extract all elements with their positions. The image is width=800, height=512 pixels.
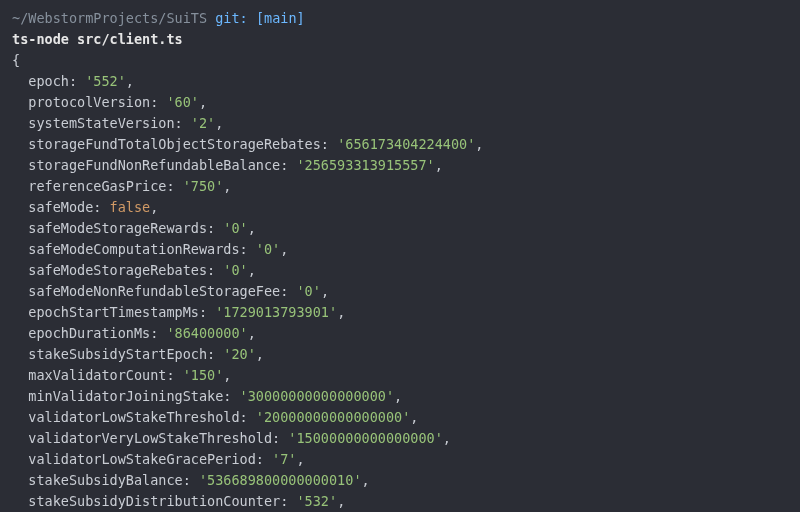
output-key: safeModeStorageRewards — [28, 220, 207, 236]
output-key: protocolVersion — [28, 94, 150, 110]
output-key: validatorLowStakeThreshold — [28, 409, 239, 425]
terminal-window[interactable]: ~/WebstormProjects/SuiTS git: [main] ts-… — [0, 0, 800, 512]
output-key: referenceGasPrice — [28, 178, 166, 194]
output-line: safeModeStorageRebates: '0', — [12, 260, 788, 281]
output-key: epochStartTimestampMs — [28, 304, 199, 320]
shell-command: ts-node src/client.ts — [12, 29, 788, 50]
output-line: stakeSubsidyBalance: '536689800000000010… — [12, 470, 788, 491]
output-line: safeModeComputationRewards: '0', — [12, 239, 788, 260]
output-line: storageFundTotalObjectStorageRebates: '6… — [12, 134, 788, 155]
output-key: stakeSubsidyBalance — [28, 472, 182, 488]
output-value: '750' — [183, 178, 224, 194]
output-value: '60' — [166, 94, 199, 110]
output-value: '2' — [191, 115, 215, 131]
output-line: validatorLowStakeThreshold: '20000000000… — [12, 407, 788, 428]
output-key: safeModeNonRefundableStorageFee — [28, 283, 280, 299]
output-line: storageFundNonRefundableBalance: '256593… — [12, 155, 788, 176]
output-key: safeModeStorageRebates — [28, 262, 207, 278]
output-line: safeModeStorageRewards: '0', — [12, 218, 788, 239]
output-value: '7' — [272, 451, 296, 467]
output-key: storageFundNonRefundableBalance — [28, 157, 280, 173]
output-value: false — [110, 199, 151, 215]
output-line: referenceGasPrice: '750', — [12, 176, 788, 197]
output-value: '150' — [183, 367, 224, 383]
output-value: '536689800000000010' — [199, 472, 362, 488]
output-key: validatorLowStakeGracePeriod — [28, 451, 256, 467]
output-line: systemStateVersion: '2', — [12, 113, 788, 134]
output-line: minValidatorJoiningStake: '3000000000000… — [12, 386, 788, 407]
output-key: epochDurationMs — [28, 325, 150, 341]
output-key: stakeSubsidyDistributionCounter — [28, 493, 280, 509]
output-key: validatorVeryLowStakeThreshold — [28, 430, 272, 446]
output-line: epochDurationMs: '86400000', — [12, 323, 788, 344]
output-value: '20' — [223, 346, 256, 362]
output-line: stakeSubsidyDistributionCounter: '532', — [12, 491, 788, 512]
output-key: safeMode — [28, 199, 93, 215]
output-value: '0' — [223, 220, 247, 236]
output-key: systemStateVersion — [28, 115, 174, 131]
output-line: stakeSubsidyStartEpoch: '20', — [12, 344, 788, 365]
output-value: '256593313915557' — [296, 157, 434, 173]
output-line: safeModeNonRefundableStorageFee: '0', — [12, 281, 788, 302]
output-value: '552' — [85, 73, 126, 89]
output-line: safeMode: false, — [12, 197, 788, 218]
output-key: minValidatorJoiningStake — [28, 388, 223, 404]
output-line: epoch: '552', — [12, 71, 788, 92]
output-open-brace: { — [12, 50, 788, 71]
prompt-git-branch: [main] — [256, 10, 305, 26]
output-line: epochStartTimestampMs: '1729013793901', — [12, 302, 788, 323]
output-value: '86400000' — [166, 325, 247, 341]
output-value: '30000000000000000' — [240, 388, 394, 404]
output-key: storageFundTotalObjectStorageRebates — [28, 136, 321, 152]
output-value: '1729013793901' — [215, 304, 337, 320]
prompt-git-label: git: — [215, 10, 248, 26]
output-value: '20000000000000000' — [256, 409, 410, 425]
output-key: stakeSubsidyStartEpoch — [28, 346, 207, 362]
output-object-body: epoch: '552', protocolVersion: '60', sys… — [12, 71, 788, 512]
output-value: '0' — [296, 283, 320, 299]
output-key: maxValidatorCount — [28, 367, 166, 383]
output-key: safeModeComputationRewards — [28, 241, 239, 257]
output-line: validatorVeryLowStakeThreshold: '1500000… — [12, 428, 788, 449]
output-key: epoch — [28, 73, 69, 89]
output-value: '0' — [256, 241, 280, 257]
shell-prompt: ~/WebstormProjects/SuiTS git: [main] — [12, 8, 788, 29]
output-value: '0' — [223, 262, 247, 278]
output-value: '15000000000000000' — [288, 430, 442, 446]
output-value: '656173404224400' — [337, 136, 475, 152]
output-line: maxValidatorCount: '150', — [12, 365, 788, 386]
output-line: protocolVersion: '60', — [12, 92, 788, 113]
output-value: '532' — [296, 493, 337, 509]
output-line: validatorLowStakeGracePeriod: '7', — [12, 449, 788, 470]
prompt-path: ~/WebstormProjects/SuiTS — [12, 10, 207, 26]
